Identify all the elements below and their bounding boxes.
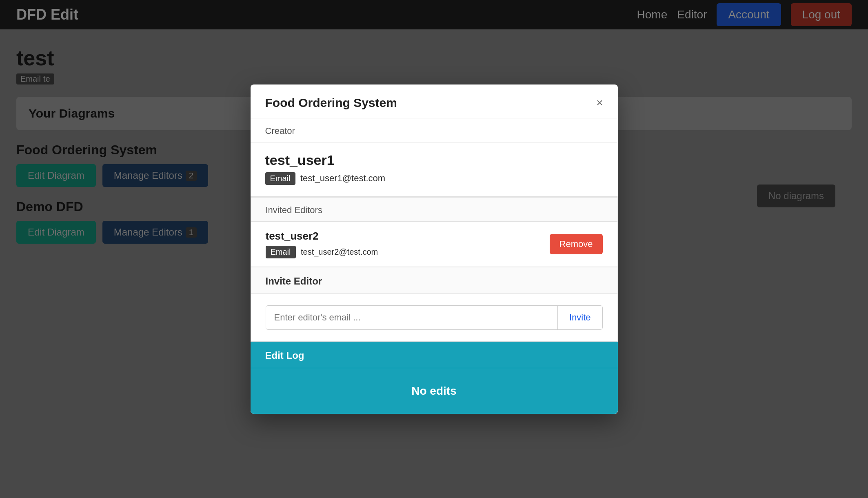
- creator-section: Creator test_user1 Email test_user1@test…: [251, 118, 618, 197]
- creator-email-badge-label: Email: [270, 174, 291, 183]
- editor-email-badge-0: Email: [266, 246, 296, 258]
- modal: Food Ordering System × Creator test_user…: [251, 84, 618, 414]
- creator-info: test_user1 Email test_user1@test.com: [251, 142, 618, 197]
- invite-editor-section: Invite Editor Invite: [251, 267, 618, 342]
- close-button[interactable]: ×: [596, 97, 603, 109]
- creator-username: test_user1: [265, 152, 603, 168]
- edit-log-section: Edit Log No edits: [251, 342, 618, 414]
- no-edits-text: No edits: [411, 385, 456, 397]
- editor-email-badge-label-0: Email: [271, 247, 291, 257]
- modal-title: Food Ordering System: [265, 96, 397, 110]
- invite-email-input[interactable]: [266, 306, 557, 329]
- creator-email-value: test_user1@test.com: [300, 173, 385, 183]
- invite-row: Invite: [266, 305, 603, 330]
- invited-editors-label: Invited Editors: [251, 198, 617, 222]
- editor-email-value-0: test_user2@test.com: [301, 247, 378, 256]
- editor-info-0: test_user2 Email test_user2@test.com: [266, 230, 378, 258]
- edit-log-title: Edit Log: [265, 350, 304, 361]
- table-row: test_user2 Email test_user2@test.com Rem…: [251, 222, 617, 267]
- invited-editors-section: Invited Editors test_user2 Email test_us…: [251, 197, 618, 267]
- creator-email-badge: Email: [265, 172, 295, 185]
- modal-body: Creator test_user1 Email test_user1@test…: [251, 118, 618, 414]
- editor-username-0: test_user2: [266, 230, 378, 242]
- invite-button[interactable]: Invite: [557, 306, 602, 329]
- modal-header: Food Ordering System ×: [251, 84, 618, 118]
- invite-editor-label: Invite Editor: [251, 267, 617, 294]
- edit-log-body: No edits: [251, 368, 618, 414]
- creator-label: Creator: [251, 118, 618, 142]
- invite-editor-body: Invite: [251, 294, 617, 341]
- modal-overlay: Food Ordering System × Creator test_user…: [0, 0, 868, 498]
- remove-editor-button-0[interactable]: Remove: [550, 234, 603, 254]
- edit-log-header: Edit Log: [251, 342, 618, 368]
